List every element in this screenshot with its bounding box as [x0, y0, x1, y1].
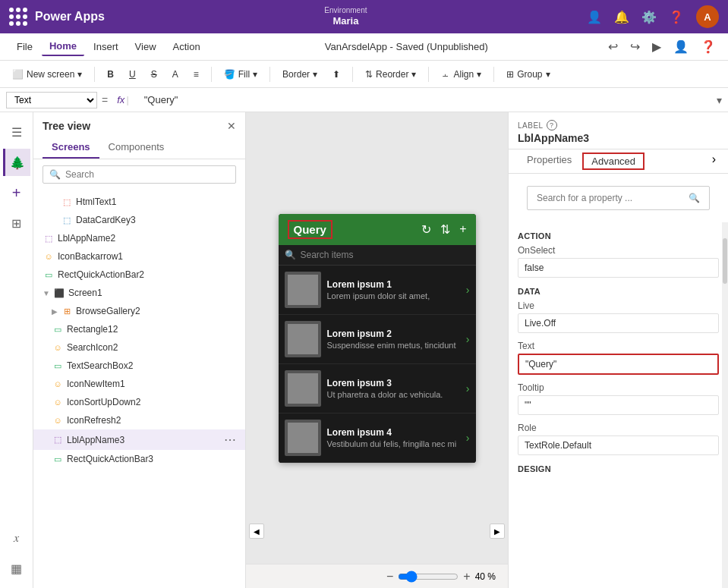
menu-file[interactable]: File — [9, 38, 40, 55]
zoom-slider[interactable] — [398, 571, 459, 583]
label-help-icon[interactable]: ? — [547, 120, 557, 130]
scroll-left-button[interactable]: ◀ — [249, 524, 264, 539]
sidebar-tree-icon[interactable]: 🌲 — [3, 149, 30, 176]
sidebar-toggle-icon[interactable]: ☰ — [3, 118, 30, 146]
list-title-2: Lorem ipsum 2 — [327, 329, 460, 339]
role-input[interactable] — [518, 435, 719, 455]
sidebar-media-icon[interactable]: ▦ — [3, 555, 30, 582]
menu-view[interactable]: View — [128, 38, 164, 55]
tree-item-screen1[interactable]: ▼ ⬛ Screen1 — [33, 284, 245, 302]
property-selector[interactable]: Text — [6, 92, 97, 108]
tab-properties[interactable]: Properties — [518, 149, 581, 173]
sidebar-add-icon[interactable]: + — [3, 179, 30, 206]
tree-item-datacardkey3[interactable]: ⬚ DataCardKey3 — [33, 211, 245, 229]
tree-item-htmltext1[interactable]: ⬚ HtmlText1 — [33, 193, 245, 211]
sidebar-variables-icon[interactable]: 𝑥 — [3, 524, 30, 552]
environment-label: Environment — [324, 5, 367, 15]
tree-item-lblappname3[interactable]: ⬚ LblAppName3 ⋯ — [33, 429, 245, 450]
tree-item-iconrefresh2[interactable]: ☺ IconRefresh2 — [33, 411, 245, 429]
zoom-level: 40 % — [475, 571, 496, 582]
share-button[interactable]: 👤 — [670, 36, 692, 57]
bold-button[interactable]: B — [101, 66, 120, 83]
live-input[interactable] — [518, 313, 719, 333]
fill-button[interactable]: 🪣 Fill ▾ — [218, 66, 263, 83]
play-button[interactable]: ▶ — [649, 36, 664, 57]
tree-item-iconbackarrow1[interactable]: ☺ IconBackarrow1 — [33, 247, 245, 266]
tree-item-iconsortupdown2[interactable]: ☺ IconSortUpDown2 — [33, 393, 245, 411]
list-thumb-4 — [285, 420, 321, 456]
strikethrough-button[interactable]: S — [145, 66, 163, 83]
help-question-icon[interactable]: ❓ — [669, 10, 684, 24]
app-list-item-1[interactable]: Lorem ipsum 1 Lorem ipsum dolor sit amet… — [279, 266, 476, 315]
zoom-in-button[interactable]: + — [463, 570, 470, 583]
right-panel-expand-button[interactable]: › — [709, 149, 719, 173]
left-sidebar-narrow: ☰ 🌲 + ⊞ 𝑥 ▦ — [0, 112, 33, 588]
reorder-button[interactable]: ⇅ Reorder ▾ — [359, 66, 422, 83]
onselect-input[interactable] — [518, 258, 719, 278]
align-button[interactable]: ⫠ Align ▾ — [435, 66, 487, 83]
tree-item-textsearchbox2[interactable]: ▭ TextSearchBox2 — [33, 357, 245, 375]
canvas-scroll[interactable]: ◀ ▶ Query ↻ ⇅ + 🔍 — [246, 112, 508, 564]
tree-item-label: IconNewItem1 — [67, 379, 236, 389]
new-screen-icon: ⬜ — [12, 69, 24, 80]
tree-item-rectquickactionbar2[interactable]: ▭ RectQuickActionBar2 — [33, 266, 245, 284]
formula-expand-button[interactable]: ▾ — [717, 94, 722, 106]
tree-item-more-button[interactable]: ⋯ — [224, 432, 236, 447]
tree-item-searchicon2[interactable]: ☺ SearchIcon2 — [33, 338, 245, 357]
notification-bell-icon[interactable]: 🔔 — [614, 10, 629, 24]
tooltip-input[interactable] — [518, 395, 719, 415]
tab-advanced[interactable]: Advanced — [582, 153, 644, 170]
underline-button[interactable]: U — [123, 66, 142, 83]
tree-panel: Tree view ✕ Screens Components 🔍 ⬚ HtmlT… — [33, 112, 246, 588]
group-button[interactable]: ⊞ Group ▾ — [500, 66, 556, 83]
design-section-label: DESIGN — [518, 464, 719, 473]
property-search-icon: 🔍 — [689, 193, 700, 203]
top-bar-icons: 👤 🔔 ⚙️ ❓ A — [587, 5, 719, 28]
undo-button[interactable]: ↩ — [605, 36, 621, 57]
sidebar-data-icon[interactable]: ⊞ — [3, 209, 30, 237]
tree-item-rectquickactionbar3[interactable]: ▭ RectQuickActionBar3 — [33, 450, 245, 468]
app-launcher-icon[interactable] — [9, 8, 27, 26]
property-search-input[interactable] — [537, 193, 684, 203]
settings-gear-icon[interactable]: ⚙️ — [641, 10, 657, 24]
avatar[interactable]: A — [696, 5, 719, 28]
align-text-button[interactable]: ≡ — [188, 66, 205, 83]
tab-components[interactable]: Components — [99, 137, 174, 159]
tree-item-iconnewitem1[interactable]: ☺ IconNewItem1 — [33, 375, 245, 393]
app-list-item-4[interactable]: Lorem ipsum 4 Vestibulum dui felis, frin… — [279, 413, 476, 463]
tree-item-browsegallery2[interactable]: ▶ ⊞ BrowseGallery2 — [33, 302, 245, 320]
user-profile-icon[interactable]: 👤 — [587, 10, 602, 24]
tree-header: Tree view ✕ — [33, 112, 245, 137]
tree-tabs: Screens Components — [33, 137, 245, 159]
new-screen-button[interactable]: ⬜ New screen ▾ — [6, 66, 88, 83]
border-button[interactable]: Border ▾ — [276, 66, 323, 83]
rect-icon: ▭ — [43, 269, 55, 281]
menu-home[interactable]: Home — [42, 37, 84, 56]
formula-input[interactable] — [140, 93, 712, 107]
tree-search-box: 🔍 — [43, 165, 236, 184]
menu-insert[interactable]: Insert — [86, 38, 126, 55]
scrollbar-thumb[interactable] — [723, 238, 727, 284]
tree-item-rectangle12[interactable]: ▭ Rectangle12 — [33, 320, 245, 338]
menu-action[interactable]: Action — [165, 38, 208, 55]
right-panel-header: LABEL ? LblAppName3 — [509, 112, 728, 149]
app-list-item-2[interactable]: Lorem ipsum 2 Suspendisse enim metus, ti… — [279, 315, 476, 364]
scroll-right-button[interactable]: ▶ — [490, 524, 505, 539]
zoom-out-button[interactable]: − — [386, 570, 393, 583]
align-icon: ⫠ — [441, 69, 450, 80]
reorder-chevron: ▾ — [411, 69, 416, 80]
help-menu-button[interactable]: ❓ — [698, 36, 719, 57]
app-search-placeholder: Search items — [301, 250, 354, 260]
redo-button[interactable]: ↪ — [627, 36, 643, 57]
font-size-button[interactable]: A — [166, 66, 184, 83]
app-list-item-3[interactable]: Lorem ipsum 3 Ut pharetra a dolor ac veh… — [279, 364, 476, 413]
label3-icon: ⬚ — [52, 434, 64, 446]
scrollbar-track[interactable] — [722, 222, 728, 588]
expand-button[interactable]: ⬆ — [326, 66, 346, 83]
tree-item-lblappname2[interactable]: ⬚ LblAppName2 — [33, 229, 245, 247]
formula-fx-button[interactable]: fx | — [112, 94, 135, 105]
tab-screens[interactable]: Screens — [43, 137, 99, 159]
tree-close-button[interactable]: ✕ — [227, 120, 236, 132]
search-input[interactable] — [65, 169, 229, 180]
text-input[interactable] — [518, 354, 719, 375]
